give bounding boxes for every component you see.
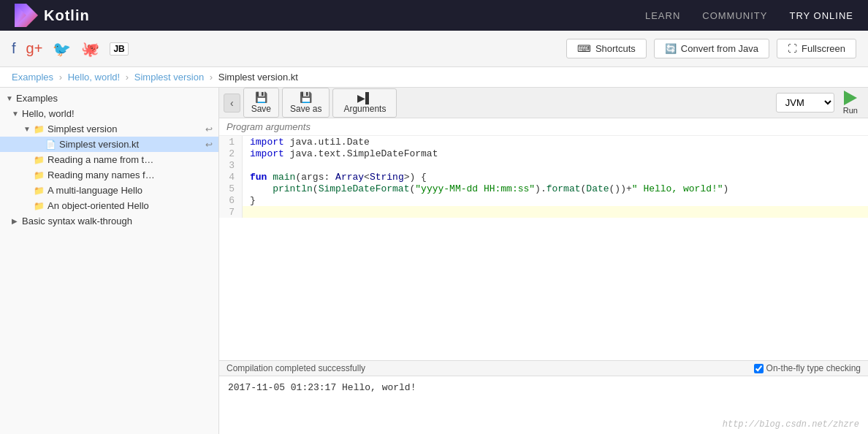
save-button[interactable]: 💾 Save	[243, 88, 279, 118]
shortcuts-button[interactable]: ⌨ Shortcuts	[566, 39, 647, 58]
table-row: 2 import java.text.SimpleDateFormat	[219, 148, 868, 159]
sidebar-item-simplest-version[interactable]: ▼ 📁 Simplest version ↩	[0, 121, 218, 137]
type-checking-checkbox[interactable]	[754, 364, 764, 373]
sidebar-item-object-oriented[interactable]: 📁 An object-oriented Hello	[0, 198, 218, 213]
line-content: fun main(args: Array<String>) {	[243, 171, 868, 183]
kotlin-logo-text: Kotlin	[44, 7, 90, 24]
type-checking-label: On-the-fly type checking	[766, 363, 861, 373]
line-number: 2	[219, 148, 243, 159]
sidebar-item-examples[interactable]: ▼ Examples	[0, 91, 218, 106]
save-icon: 💾	[255, 91, 267, 103]
shortcuts-label: Shortcuts	[595, 43, 636, 54]
nav-try-online[interactable]: TRY ONLINE	[789, 10, 853, 21]
table-row: 4 fun main(args: Array<String>) {	[219, 171, 868, 183]
sidebar-item-basic-syntax[interactable]: ▶ Basic syntax walk-through	[0, 213, 218, 229]
nav-links: LEARN COMMUNITY TRY ONLINE	[645, 10, 853, 21]
breadcrumb-simplest-version[interactable]: Simplest version	[134, 72, 204, 83]
line-content: println(SimpleDateFormat("yyyy-MM-dd HH:…	[243, 183, 868, 194]
sidebar-item-reading-name[interactable]: 📁 Reading a name from t…	[0, 152, 218, 167]
sidebar-item-label: Reading a name from t…	[47, 154, 213, 165]
sidebar-item-simplest-version-kt[interactable]: 📄 Simplest version.kt ↩	[0, 137, 218, 152]
revert-icon[interactable]: ↩	[205, 124, 213, 134]
editor-toolbar: ‹ 💾 Save 💾 Save as ▶▌ Arguments JVM Run	[219, 88, 868, 118]
output-panel: 2017-11-05 01:23:17 Hello, world! http:/…	[219, 376, 868, 434]
folder-icon: 📁	[34, 170, 45, 180]
breadcrumb-sep-1: ›	[59, 72, 62, 83]
logo: Kotlin	[15, 4, 90, 27]
sidebar-item-reading-many-names[interactable]: 📁 Reading many names f…	[0, 167, 218, 183]
sidebar-item-label: Simplest version	[47, 123, 202, 134]
line-content: import java.text.SimpleDateFormat	[243, 148, 868, 159]
arguments-icon: ▶▌	[357, 92, 373, 104]
folder-icon: 📁	[34, 155, 45, 165]
kotlin-logo-icon	[15, 4, 38, 27]
breadcrumb-sep-3: ›	[210, 72, 213, 83]
arrow-icon: ▼	[23, 125, 31, 133]
github-icon[interactable]: 🐙	[81, 40, 99, 58]
sidebar-item-label: Reading many names f…	[47, 170, 213, 180]
breadcrumb-sep-2: ›	[126, 72, 129, 83]
main-layout: ▼ Examples ▼ Hello, world! ▼ 📁 Simplest …	[0, 88, 868, 434]
line-number: 3	[219, 159, 243, 171]
sidebar-item-label: Basic syntax walk-through	[22, 216, 213, 226]
type-checking-control: On-the-fly type checking	[754, 363, 861, 373]
social-icons: f g+ 🐦 🐙 JB	[12, 40, 129, 58]
sidebar-item-label: Simplest version.kt	[59, 139, 202, 150]
line-number: 6	[219, 194, 243, 206]
convert-java-button[interactable]: 🔄 Convert from Java	[654, 39, 769, 58]
compilation-status: Compilation completed successfully	[226, 363, 365, 373]
arrow-icon: ▶	[12, 217, 19, 225]
back-button[interactable]: ‹	[224, 94, 240, 113]
jetbrains-icon[interactable]: JB	[110, 42, 128, 56]
run-label: Run	[843, 106, 858, 115]
toolbar-buttons: ⌨ Shortcuts 🔄 Convert from Java ⛶ Fullsc…	[566, 39, 856, 58]
table-row: 1 import java.util.Date	[219, 136, 868, 148]
sidebar: ▼ Examples ▼ Hello, world! ▼ 📁 Simplest …	[0, 88, 219, 434]
breadcrumb-examples[interactable]: Examples	[12, 72, 53, 83]
breadcrumb-current: Simplest version.kt	[218, 72, 298, 83]
line-content: import java.util.Date	[243, 136, 868, 148]
folder-icon: 📁	[34, 201, 45, 211]
twitter-icon[interactable]: 🐦	[53, 40, 71, 58]
run-icon	[844, 91, 857, 105]
sidebar-item-label: An object-oriented Hello	[47, 200, 213, 211]
fullscreen-button[interactable]: ⛶ Fullscreen	[777, 39, 856, 58]
sidebar-item-label: A multi-language Hello	[47, 185, 213, 196]
table-row: 7	[219, 206, 868, 218]
sidebar-item-hello-world[interactable]: ▼ Hello, world!	[0, 106, 218, 121]
fullscreen-label: Fullscreen	[802, 43, 845, 54]
breadcrumb-hello-world[interactable]: Hello, world!	[68, 72, 121, 83]
program-args-input[interactable]	[226, 121, 861, 132]
line-content	[243, 206, 868, 218]
file-icon: 📄	[45, 140, 56, 150]
googleplus-icon[interactable]: g+	[26, 40, 43, 57]
line-number: 4	[219, 171, 243, 183]
revert-file-icon[interactable]: ↩	[205, 140, 213, 150]
table-row: 3	[219, 159, 868, 171]
editor-area: ‹ 💾 Save 💾 Save as ▶▌ Arguments JVM Run	[219, 88, 868, 434]
save-label: Save	[251, 104, 271, 114]
social-bar: f g+ 🐦 🐙 JB ⌨ Shortcuts 🔄 Convert from J…	[0, 31, 868, 67]
save-as-icon: 💾	[300, 91, 312, 103]
run-button[interactable]: Run	[837, 88, 864, 118]
line-number: 1	[219, 136, 243, 148]
nav-learn[interactable]: LEARN	[645, 10, 680, 21]
arguments-tab[interactable]: ▶▌ Arguments	[332, 88, 397, 118]
table-row: 6 }	[219, 194, 868, 206]
status-bar: Compilation completed successfully On-th…	[219, 360, 868, 376]
sidebar-item-label: Hello, world!	[22, 108, 213, 119]
line-content	[243, 159, 868, 171]
arrow-icon: ▼	[12, 110, 19, 118]
breadcrumb: Examples › Hello, world! › Simplest vers…	[0, 67, 868, 88]
sidebar-item-multi-language[interactable]: 📁 A multi-language Hello	[0, 183, 218, 198]
line-number: 7	[219, 206, 243, 218]
line-content: }	[243, 194, 868, 206]
save-as-button[interactable]: 💾 Save as	[282, 88, 330, 118]
facebook-icon[interactable]: f	[12, 40, 16, 57]
nav-community[interactable]: COMMUNITY	[702, 10, 767, 21]
sidebar-tree: ▼ Examples ▼ Hello, world! ▼ 📁 Simplest …	[0, 88, 218, 232]
output-text: 2017-11-05 01:23:17 Hello, world!	[228, 382, 416, 393]
code-editor[interactable]: 1 import java.util.Date 2 import java.te…	[219, 136, 868, 360]
shortcuts-icon: ⌨	[577, 43, 591, 54]
jvm-select[interactable]: JVM	[776, 93, 834, 113]
